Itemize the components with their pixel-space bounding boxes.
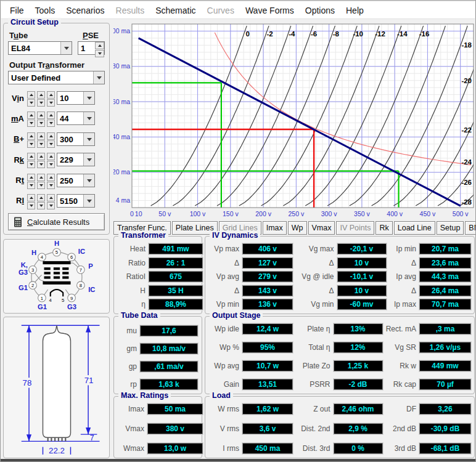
menu-item-schematic[interactable]: Schematic: [150, 4, 201, 17]
param-value-select[interactable]: 10: [57, 91, 95, 105]
spin-up-icon[interactable]: [27, 174, 35, 181]
spin-down-icon[interactable]: [47, 161, 55, 168]
result-label: Rk cap: [383, 380, 416, 389]
spin-up-icon[interactable]: [37, 91, 45, 99]
digit-stepper[interactable]: [37, 91, 45, 105]
menu-item-options[interactable]: Options: [300, 4, 340, 17]
spin-down-icon[interactable]: [37, 99, 45, 107]
result-label: Ratio: [117, 259, 146, 267]
digit-stepper[interactable]: [37, 132, 45, 146]
chevron-down-icon[interactable]: [83, 153, 94, 166]
spin-down-icon[interactable]: [47, 182, 55, 189]
digit-stepper[interactable]: [37, 153, 45, 166]
digit-stepper[interactable]: [47, 111, 55, 125]
chevron-down-icon[interactable]: [83, 174, 94, 187]
digit-stepper[interactable]: [47, 132, 55, 146]
chart-button-wp[interactable]: Wp: [288, 221, 307, 235]
chevron-down-icon[interactable]: [60, 42, 72, 54]
spin-up-icon[interactable]: [27, 153, 35, 160]
digit-stepper[interactable]: [27, 194, 35, 208]
pse-stepper[interactable]: 1: [78, 41, 105, 55]
result-value: 17,6: [140, 325, 198, 336]
spin-down-icon[interactable]: [95, 50, 104, 57]
calculate-results-button[interactable]: Calculate Results: [8, 213, 105, 230]
result-label: Δ: [295, 259, 334, 267]
param-value-select[interactable]: 44: [57, 111, 95, 125]
spin-down-icon[interactable]: [27, 99, 35, 107]
digit-stepper[interactable]: [27, 111, 35, 125]
digit-stepper[interactable]: [47, 194, 55, 208]
chevron-down-icon[interactable]: [93, 71, 104, 84]
spin-down-icon[interactable]: [27, 182, 35, 189]
chart-button-rk[interactable]: Rk: [375, 221, 392, 235]
digit-stepper[interactable]: [47, 91, 55, 105]
output-transformer-select[interactable]: User Defined: [8, 71, 105, 84]
spin-down-icon[interactable]: [47, 120, 55, 127]
digit-stepper[interactable]: [27, 132, 35, 146]
spin-up-icon[interactable]: [47, 132, 55, 140]
spin-down-icon[interactable]: [27, 120, 35, 127]
spin-up-icon[interactable]: [37, 174, 45, 181]
chevron-down-icon[interactable]: [83, 133, 94, 145]
result-value: -68,1 dB: [419, 443, 471, 454]
spin-up-icon[interactable]: [37, 194, 45, 201]
spin-down-icon[interactable]: [37, 120, 45, 127]
digit-stepper[interactable]: [47, 174, 55, 187]
menu-item-scenarios[interactable]: Scenarios: [60, 4, 110, 17]
spin-down-icon[interactable]: [47, 202, 55, 209]
menu-item-help[interactable]: Help: [340, 4, 369, 17]
param-value-select[interactable]: 229: [57, 153, 95, 166]
chart-button-iv-points[interactable]: IV Points: [336, 221, 374, 235]
tube-select[interactable]: EL84: [8, 41, 72, 55]
param-value-select[interactable]: 5150: [57, 194, 95, 208]
result-label: Plate Zo: [293, 362, 330, 370]
chevron-down-icon[interactable]: [83, 112, 94, 124]
digit-stepper[interactable]: [27, 174, 35, 187]
menu-item-tools[interactable]: Tools: [30, 4, 61, 17]
menu-item-file[interactable]: File: [4, 4, 30, 17]
result-value: 50 ma: [147, 403, 203, 415]
chevron-down-icon[interactable]: [83, 92, 94, 104]
result-row: Wp idle12,4 w: [208, 323, 293, 334]
spin-down-icon[interactable]: [47, 99, 55, 107]
spin-down-icon[interactable]: [37, 182, 45, 189]
spin-down-icon[interactable]: [47, 140, 55, 148]
spin-up-icon[interactable]: [27, 132, 35, 140]
result-value: 143 v: [242, 285, 293, 296]
digit-stepper[interactable]: [27, 153, 35, 166]
spin-up-icon[interactable]: [47, 194, 55, 201]
digit-stepper[interactable]: [37, 174, 45, 187]
digit-stepper[interactable]: [27, 91, 35, 105]
chart-button-load-line[interactable]: Load Line: [394, 221, 435, 235]
chart-button-setup[interactable]: Setup: [437, 221, 464, 235]
digit-stepper[interactable]: [37, 194, 45, 208]
result-label: 3rd dB: [383, 444, 416, 453]
spin-down-icon[interactable]: [27, 161, 35, 168]
digit-stepper[interactable]: [47, 153, 55, 166]
spin-down-icon[interactable]: [27, 140, 35, 148]
param-value-select[interactable]: 300: [57, 132, 95, 146]
spin-up-icon[interactable]: [47, 91, 55, 99]
chart-button-vmax[interactable]: Vmax: [308, 221, 335, 235]
spin-up-icon[interactable]: [47, 174, 55, 181]
spin-up-icon[interactable]: [95, 42, 104, 49]
spin-up-icon[interactable]: [27, 91, 35, 99]
chart-button-bmp[interactable]: BMP: [465, 221, 476, 235]
menu-item-wave-forms[interactable]: Wave Forms: [240, 4, 300, 17]
chart-button-imax[interactable]: Imax: [263, 221, 287, 235]
spin-up-icon[interactable]: [47, 153, 55, 160]
spin-up-icon[interactable]: [27, 194, 35, 201]
digit-stepper[interactable]: [37, 111, 45, 125]
spin-down-icon[interactable]: [37, 202, 45, 209]
spin-up-icon[interactable]: [37, 111, 45, 119]
param-value-select[interactable]: 250: [57, 174, 95, 187]
result-column: Heat491 mwRatio26 : 1RatioI675H35 Hη88,9…: [117, 243, 203, 310]
spin-up-icon[interactable]: [27, 111, 35, 119]
spin-down-icon[interactable]: [27, 202, 35, 209]
spin-up-icon[interactable]: [37, 132, 45, 140]
spin-up-icon[interactable]: [47, 111, 55, 119]
spin-up-icon[interactable]: [37, 153, 45, 160]
chevron-down-icon[interactable]: [83, 195, 94, 207]
spin-down-icon[interactable]: [37, 140, 45, 148]
spin-down-icon[interactable]: [37, 161, 45, 168]
